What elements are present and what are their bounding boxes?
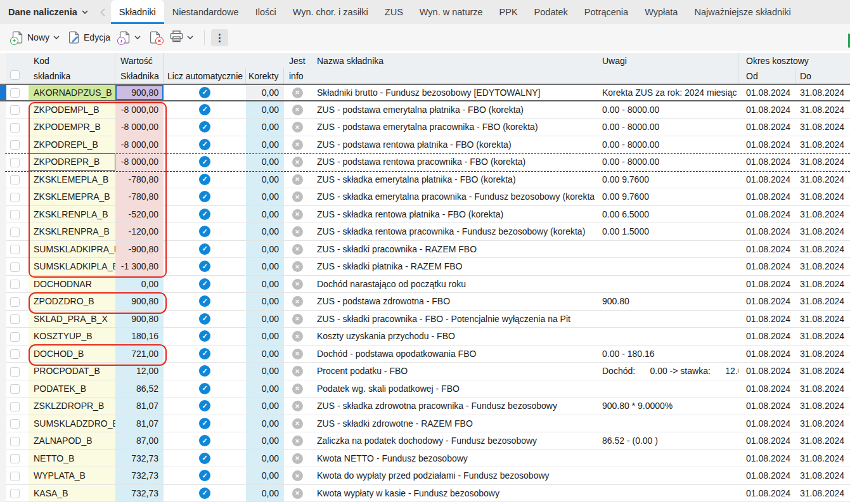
more-options-button[interactable]: ⋮ xyxy=(211,29,228,46)
notes-cell[interactable]: Korekta ZUS za rok: 2024 miesiąc 8 xyxy=(595,84,738,101)
component-value-cell[interactable]: -8 000,00 xyxy=(115,136,164,154)
auto-calc-cell[interactable]: ✓ xyxy=(164,171,246,189)
row-select-cell[interactable] xyxy=(6,258,29,276)
col-header-uwagi[interactable]: Uwagi xyxy=(595,53,738,84)
period-to-cell[interactable]: 31.08.2024 xyxy=(795,380,850,398)
new-button[interactable]: + Nowy xyxy=(8,29,64,46)
col-header-okres-kosztowy[interactable]: Okres kosztowy xyxy=(738,53,850,68)
period-from-cell[interactable]: 01.08.2024 xyxy=(738,153,795,171)
period-from-cell[interactable]: 01.08.2024 xyxy=(738,363,795,380)
context-menu-dane-naliczenia[interactable]: Dane naliczenia xyxy=(0,0,94,24)
delete-button[interactable]: ✕ xyxy=(145,29,165,46)
auto-calc-cell[interactable]: ✓ xyxy=(164,328,246,346)
auto-calc-cell[interactable]: ✓ xyxy=(164,346,246,363)
row-select-cell[interactable] xyxy=(6,380,29,398)
table-row[interactable]: DOCHODNAR 0,00 ✓ 0,00 ✕ Dochód narastają… xyxy=(0,276,850,294)
notes-cell[interactable]: 0.00 6.5000 xyxy=(595,206,738,224)
component-code-cell[interactable]: ZKSKLRENPLA_B xyxy=(29,206,115,224)
notes-cell[interactable]: 0.00 9.7600 xyxy=(595,188,738,206)
corrections-cell[interactable]: 0,00 xyxy=(246,363,284,380)
auto-calc-cell[interactable]: ✓ xyxy=(164,101,246,119)
period-to-cell[interactable]: 31.08.2024 xyxy=(795,241,850,259)
period-to-cell[interactable]: 31.08.2024 xyxy=(795,84,850,101)
component-name-cell[interactable]: ZUS - podstawa emerytalna pracownika - F… xyxy=(311,119,595,136)
corrections-cell[interactable]: 0,00 xyxy=(246,153,284,171)
row-select-cell[interactable] xyxy=(6,346,29,363)
period-to-cell[interactable]: 31.08.2024 xyxy=(795,397,850,415)
col-header-korekty[interactable]: Korekty xyxy=(246,68,284,84)
component-code-cell[interactable]: SUMSKLADKIPLA_B xyxy=(29,258,115,276)
notes-cell[interactable] xyxy=(595,415,738,433)
row-checkbox[interactable] xyxy=(10,140,20,150)
component-name-cell[interactable]: ZUS - podstawa emerytalna płatnika - FBO… xyxy=(311,101,595,119)
component-name-cell[interactable]: Procent podatku - FBO xyxy=(311,363,595,380)
row-checkbox[interactable] xyxy=(10,489,20,498)
component-value-cell[interactable]: 180,16 xyxy=(115,328,164,346)
component-value-cell[interactable]: 81,07 xyxy=(115,397,164,415)
corrections-cell[interactable]: 0,00 xyxy=(246,346,284,363)
component-value-cell[interactable]: 12,00 xyxy=(115,363,164,380)
row-checkbox[interactable] xyxy=(10,437,20,446)
period-to-cell[interactable]: 31.08.2024 xyxy=(795,415,850,433)
row-select-cell[interactable] xyxy=(6,241,29,259)
notes-cell[interactable]: 900.80 * 9.0000% xyxy=(595,397,738,415)
period-from-cell[interactable]: 01.08.2024 xyxy=(738,467,795,485)
component-code-cell[interactable]: AKORNADPZUS_B xyxy=(29,84,115,101)
component-value-cell[interactable]: 900,80 xyxy=(115,293,164,311)
row-checkbox[interactable] xyxy=(10,88,20,98)
component-code-cell[interactable]: PODATEK_B xyxy=(29,380,115,398)
period-to-cell[interactable]: 31.08.2024 xyxy=(795,293,850,311)
component-name-cell[interactable]: ZUS - składka rentowa płatnika - FBO (ko… xyxy=(311,206,595,224)
period-from-cell[interactable]: 01.08.2024 xyxy=(738,311,795,328)
period-from-cell[interactable]: 01.08.2024 xyxy=(738,223,795,241)
component-value-cell[interactable]: -8 000,00 xyxy=(115,119,164,136)
row-select-cell[interactable] xyxy=(6,276,29,294)
tab-zus[interactable]: ZUS xyxy=(377,0,411,24)
component-code-cell[interactable]: NETTO_B xyxy=(29,450,115,468)
component-code-cell[interactable]: ZKSKLEMEPLA_B xyxy=(29,171,115,189)
corrections-cell[interactable]: 0,00 xyxy=(246,188,284,206)
component-code-cell[interactable]: WYPLATA_B xyxy=(29,467,115,485)
tab-potracenia[interactable]: Potrącenia xyxy=(576,0,636,24)
table-row[interactable]: PODATEK_B 86,52 ✓ 0,00 ✕ Podatek wg. ska… xyxy=(0,380,850,398)
component-code-cell[interactable]: PROCPODAT_B xyxy=(29,363,115,380)
period-from-cell[interactable]: 01.08.2024 xyxy=(738,415,795,433)
table-row[interactable]: ZALNAPOD_B 87,00 ✓ 0,00 ✕ Zaliczka na po… xyxy=(0,432,850,450)
table-row[interactable]: NETTO_B 732,73 ✓ 0,00 ✕ Kwota NETTO - Fu… xyxy=(0,450,850,468)
col-header-skladnika-wartosc[interactable]: Składnika xyxy=(115,68,164,84)
component-code-cell[interactable]: SUMSKLADKIPRA_B xyxy=(29,241,115,259)
col-header-kod[interactable]: Kod xyxy=(29,53,115,68)
component-code-cell[interactable]: SKLAD_PRA_B_X xyxy=(29,311,115,328)
auto-calc-cell[interactable]: ✓ xyxy=(164,293,246,311)
auto-calc-cell[interactable]: ✓ xyxy=(164,485,246,503)
component-code-cell[interactable]: KOSZTYUP_B xyxy=(29,328,115,346)
component-value-cell[interactable]: -900,80 xyxy=(115,241,164,259)
row-select-cell[interactable] xyxy=(6,84,29,101)
component-code-cell[interactable]: DOCHODNAR xyxy=(29,276,115,294)
notes-cell[interactable]: 0.00 - 8000.00 xyxy=(595,101,738,119)
table-row[interactable]: DOCHOD_B 721,00 ✓ 0,00 ✕ Dochód - podsta… xyxy=(0,346,850,363)
period-from-cell[interactable]: 01.08.2024 xyxy=(738,293,795,311)
period-from-cell[interactable]: 01.08.2024 xyxy=(738,432,795,450)
row-select-cell[interactable] xyxy=(6,432,29,450)
row-checkbox[interactable] xyxy=(10,332,20,342)
table-row[interactable]: PROCPODAT_B 12,00 ✓ 0,00 ✕ Procent podat… xyxy=(0,363,850,380)
component-name-cell[interactable]: ZUS - składka zdrowotna pracownika - Fun… xyxy=(311,397,595,415)
component-name-cell[interactable]: Koszty uzyskania przychodu - FBO xyxy=(311,328,595,346)
row-select-cell[interactable] xyxy=(6,153,29,171)
row-select-cell[interactable] xyxy=(6,136,29,154)
component-code-cell[interactable]: ZKSKLRENPRA_B xyxy=(29,223,115,241)
col-header-od[interactable]: Od xyxy=(738,68,795,84)
col-header-wartosc[interactable]: Wartość xyxy=(115,53,164,68)
row-select-cell[interactable] xyxy=(6,450,29,468)
table-row[interactable]: SUMSKLADZDRO_B 81,07 ✓ 0,00 ✕ ZUS - skła… xyxy=(0,415,850,433)
table-row[interactable]: KOSZTYUP_B 180,16 ✓ 0,00 ✕ Koszty uzyska… xyxy=(0,328,850,346)
component-value-cell[interactable]: -780,80 xyxy=(115,171,164,189)
component-value-cell[interactable]: 87,00 xyxy=(115,432,164,450)
auto-calc-cell[interactable]: ✓ xyxy=(164,363,246,380)
notes-cell[interactable] xyxy=(595,450,738,468)
table-row[interactable]: ZKSKLEMEPLA_B -780,80 ✓ 0,00 ✕ ZUS - skł… xyxy=(0,171,850,189)
notes-cell[interactable]: 900.80 xyxy=(595,293,738,311)
row-checkbox[interactable] xyxy=(10,175,20,184)
component-value-cell[interactable]: -120,00 xyxy=(115,223,164,241)
